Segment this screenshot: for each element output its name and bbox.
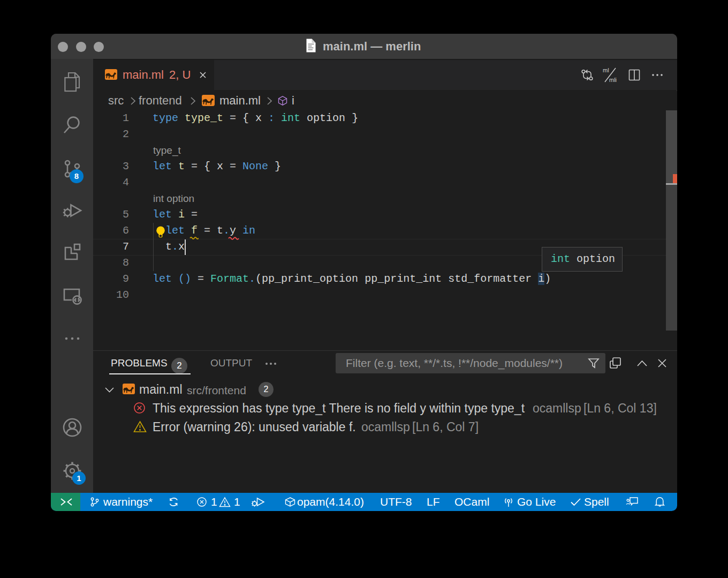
svg-text:ml: ml (603, 67, 609, 73)
svg-text:mli: mli (609, 77, 617, 83)
